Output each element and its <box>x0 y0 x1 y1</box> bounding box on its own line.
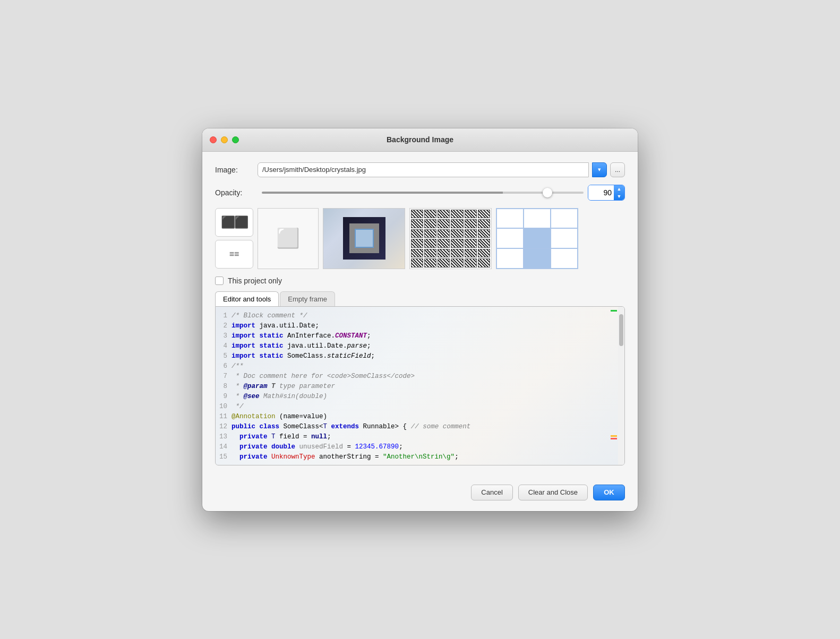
opacity-row: Opacity: ▲ ▼ <box>215 185 625 201</box>
ok-button[interactable]: OK <box>593 485 625 500</box>
scroll-indicators <box>611 310 617 312</box>
pattern-cell <box>451 210 463 219</box>
code-line-13: private T field = null; <box>232 432 618 442</box>
titlebar: Background Image <box>202 128 638 152</box>
code-line-7: * Doc comment here for <code>SomeClass</… <box>232 372 618 382</box>
grid-cell <box>551 228 578 248</box>
tab-editor[interactable]: Editor and tools <box>215 291 279 306</box>
grid-cell <box>524 209 551 229</box>
grid-cell <box>496 209 524 229</box>
tile-horizontal-button[interactable]: ≡≡ <box>215 240 253 269</box>
pattern-cell <box>424 258 436 267</box>
pattern-cell <box>424 210 436 219</box>
window-title: Background Image <box>387 135 453 144</box>
crystal-preview[interactable] <box>323 208 405 269</box>
pattern-cell <box>411 239 423 248</box>
image-label: Image: <box>215 166 258 174</box>
image-row: Image: /Users/jsmith/Desktop/crystals.jp… <box>215 162 625 177</box>
scroll-indicators-bottom <box>611 435 617 439</box>
pattern-cell <box>411 249 423 258</box>
grid-preview[interactable] <box>496 208 578 269</box>
pattern-cell <box>465 239 477 248</box>
pattern-cell <box>438 219 450 228</box>
image-path-field[interactable]: /Users/jsmith/Desktop/crystals.jpg <box>258 162 589 177</box>
opacity-stepper[interactable]: ▲ ▼ <box>614 185 624 200</box>
outer-square <box>343 217 385 260</box>
code-line-3: import static AnInterface.CONSTANT; <box>232 331 618 341</box>
grid-cell <box>496 228 524 248</box>
cancel-button[interactable]: Cancel <box>471 485 512 500</box>
this-project-checkbox[interactable] <box>215 277 224 285</box>
image-browse-button[interactable]: ... <box>610 162 625 177</box>
grid-cell-blue <box>524 248 551 269</box>
opacity-input-group: ▲ ▼ <box>588 185 625 201</box>
indicator-red <box>611 438 617 439</box>
pattern-cell <box>465 249 477 258</box>
pattern-cell <box>478 219 490 228</box>
opacity-slider[interactable] <box>262 192 584 194</box>
opacity-input[interactable] <box>588 185 614 200</box>
pattern-preview[interactable] <box>409 208 492 269</box>
tab-editor-label: Editor and tools <box>223 295 271 303</box>
pattern-cell <box>411 229 423 238</box>
tab-empty-label: Empty frame <box>288 295 327 303</box>
pattern-cell <box>438 210 450 219</box>
mid-square <box>349 223 379 253</box>
pattern-cell <box>438 249 450 258</box>
pattern-cell <box>465 258 477 267</box>
browse-label: ... <box>615 166 620 174</box>
code-text: /* Block comment */ import java.util.Dat… <box>232 307 618 465</box>
indicator-green <box>611 310 617 312</box>
pattern-cell <box>478 258 490 267</box>
center-preview[interactable]: ⬜ <box>258 208 319 269</box>
code-editor[interactable]: 12345 678910 1112131415 /* Block comment… <box>215 306 625 465</box>
traffic-lights <box>210 136 239 143</box>
code-line-2: import java.util.Date; <box>232 321 618 331</box>
minimize-button[interactable] <box>221 136 228 143</box>
inner-square <box>343 217 385 260</box>
pattern-cell <box>465 210 477 219</box>
pattern-cell <box>438 258 450 267</box>
code-line-12: public class SomeClass<T extends Runnabl… <box>232 422 618 432</box>
tab-empty[interactable]: Empty frame <box>280 291 335 306</box>
tile-vertical-button[interactable]: ⬛⬛ <box>215 208 253 237</box>
scrollbar-thumb[interactable] <box>619 314 623 346</box>
grid-cell <box>496 248 524 269</box>
project-only-label: This project only <box>228 277 282 285</box>
maximize-button[interactable] <box>232 136 239 143</box>
pattern-cell <box>451 219 463 228</box>
clear-close-button[interactable]: Clear and Close <box>518 485 588 500</box>
dialog-footer: Cancel Clear and Close OK <box>202 476 638 511</box>
code-line-9: * @see Math#sin(double) <box>232 392 618 402</box>
pattern-cell <box>451 229 463 238</box>
grid-cell <box>551 209 578 229</box>
opacity-label: Opacity: <box>215 188 258 197</box>
pattern-grid <box>410 209 491 269</box>
inner-square-core <box>355 229 374 248</box>
scrollbar[interactable] <box>618 307 624 465</box>
preview-section: ⬛⬛ ≡≡ ⬜ <box>215 208 625 269</box>
image-dropdown-button[interactable]: ▾ <box>592 162 607 177</box>
pattern-cell <box>478 210 490 219</box>
grid-cell-blue <box>524 228 551 248</box>
close-button[interactable] <box>210 136 217 143</box>
pattern-cell <box>478 249 490 258</box>
code-line-5: import static SomeClass.staticField; <box>232 351 618 361</box>
code-line-15: private UnknownType anotherString = "Ano… <box>232 452 618 462</box>
pattern-cell <box>424 219 436 228</box>
pattern-cell <box>465 219 477 228</box>
pattern-cell <box>478 229 490 238</box>
pattern-cell <box>451 239 463 248</box>
pattern-cell <box>451 258 463 267</box>
opacity-decrement[interactable]: ▼ <box>614 193 624 200</box>
opacity-increment[interactable]: ▲ <box>614 185 624 193</box>
pattern-cell <box>451 249 463 258</box>
pattern-cell <box>438 239 450 248</box>
tabs-bar: Editor and tools Empty frame <box>215 291 625 306</box>
dialog-content: Image: /Users/jsmith/Desktop/crystals.jp… <box>202 152 638 476</box>
opacity-slider-container <box>258 192 588 194</box>
indicator-yellow <box>611 435 617 437</box>
pattern-cell <box>411 219 423 228</box>
pattern-cell <box>424 229 436 238</box>
pattern-cell <box>411 258 423 267</box>
